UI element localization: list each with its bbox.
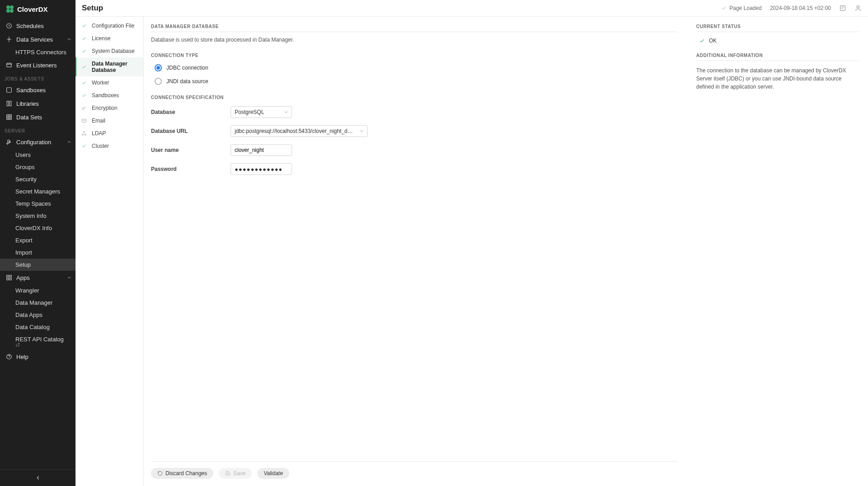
setup-item-cluster[interactable]: Cluster [75, 140, 143, 152]
svg-point-20 [84, 132, 85, 133]
sidebar-label: Sandboxes [16, 87, 46, 94]
sidebar-sub-setup[interactable]: Setup [0, 259, 75, 271]
label-password: Password [151, 166, 231, 172]
check-icon [81, 143, 87, 149]
section-data-manager-database: DATA MANAGER DATABASE [151, 24, 677, 32]
info-column: CURRENT STATUS OK ADDITIONAL INFORMATION… [686, 17, 868, 486]
encryption-icon [81, 105, 87, 111]
sidebar-sub-data-manager[interactable]: Data Manager [0, 297, 75, 309]
sidebar-sub-data-catalog[interactable]: Data Catalog [0, 321, 75, 333]
svg-rect-14 [9, 278, 11, 280]
setup-item-worker[interactable]: Worker [75, 76, 143, 89]
sidebar-sub-wrangler[interactable]: Wrangler [0, 284, 75, 297]
sidebar-sub-secret-managers[interactable]: Secret Managers [0, 185, 75, 198]
chevron-down-icon [359, 128, 364, 134]
svg-rect-6 [7, 63, 12, 67]
combo-value: jdbc:postgresql://localhost:5433/clover_… [235, 128, 357, 134]
libraries-icon [5, 100, 13, 107]
undo-icon [157, 471, 163, 476]
password-input-wrapper[interactable]: ●●●●●●●●●●●● [231, 163, 292, 175]
radio-jndi-data-source[interactable]: JNDI data source [155, 78, 677, 85]
sidebar-item-apps[interactable]: Apps [0, 271, 75, 284]
page-header: Setup Page Loaded 2024-09-18 04:15 +02:0… [75, 0, 868, 17]
setup-item-system-database[interactable]: System Database [75, 45, 143, 57]
radio-label: JNDI data source [166, 78, 208, 85]
notes-button[interactable] [839, 5, 846, 12]
check-icon [81, 80, 87, 86]
chevron-up-icon [66, 275, 72, 280]
sidebar-label: Apps [16, 274, 30, 281]
sidebar-sub-cloverdx-info[interactable]: CloverDX Info [0, 222, 75, 234]
user-menu-button[interactable] [854, 5, 862, 12]
status-ok-row: OK [699, 38, 859, 44]
setup-item-email[interactable]: Email [75, 114, 143, 127]
additional-info-text: The connection to the database can be ma… [696, 66, 859, 91]
setup-item-data-manager-database[interactable]: Data Manager Database [75, 57, 143, 76]
help-icon [5, 353, 13, 360]
svg-point-3 [10, 9, 14, 13]
username-input[interactable] [235, 147, 288, 153]
setup-item-label: Encryption [92, 105, 118, 111]
sidebar-label: Libraries [16, 100, 39, 107]
form-row-database: Database PostgreSQL [151, 106, 677, 118]
setup-item-label: Cluster [92, 143, 109, 149]
setup-item-label: Configuration File [92, 23, 134, 29]
sidebar-item-schedules[interactable]: Schedules [0, 19, 75, 33]
apps-icon [5, 274, 13, 281]
setup-item-label: Worker [92, 80, 109, 86]
datasets-icon [5, 113, 13, 121]
sidebar-sub-users[interactable]: Users [0, 149, 75, 161]
content-column: DATA MANAGER DATABASE Database is used t… [144, 17, 686, 486]
setup-item-license[interactable]: License [75, 32, 143, 45]
check-icon [81, 23, 87, 29]
validate-button[interactable]: Validate [257, 468, 289, 479]
setup-item-sandboxes[interactable]: Sandboxes [75, 89, 143, 102]
external-link-icon [15, 343, 71, 347]
setup-item-ldap[interactable]: LDAP [75, 127, 143, 140]
database-url-combo[interactable]: jdbc:postgresql://localhost:5433/clover_… [231, 125, 368, 137]
setup-item-encryption[interactable]: Encryption [75, 102, 143, 114]
left-sidebar: CloverDX Schedules Data Services HTTPS C… [0, 0, 75, 486]
sidebar-item-data-services[interactable]: Data Services [0, 33, 75, 46]
ldap-icon [81, 130, 87, 137]
sidebar-sub-security[interactable]: Security [0, 173, 75, 185]
chevron-up-icon [66, 139, 72, 145]
save-icon [225, 471, 231, 476]
sidebar-collapse-button[interactable] [0, 470, 75, 486]
sidebar-sub-import[interactable]: Import [0, 246, 75, 259]
setup-item-config-file[interactable]: Configuration File [75, 19, 143, 32]
sidebar-sub-export[interactable]: Export [0, 234, 75, 246]
sidebar-item-configuration[interactable]: Configuration [0, 135, 75, 149]
database-select[interactable]: PostgreSQL [231, 106, 292, 118]
chevron-up-icon [66, 37, 72, 42]
sidebar-footer [0, 469, 75, 486]
sidebar-label: Help [16, 354, 28, 360]
event-listeners-icon [5, 61, 13, 69]
sidebar-label: Event Listeners [16, 62, 57, 69]
sidebar-sub-rest-api-catalog[interactable]: REST API Catalog [0, 333, 75, 350]
button-label: Validate [264, 470, 283, 477]
sidebar-item-sandboxes[interactable]: Sandboxes [0, 83, 75, 97]
clover-logo-icon [5, 5, 14, 14]
radio-jdbc-connection[interactable]: JDBC connection [155, 64, 677, 71]
sidebar-item-help[interactable]: Help [0, 350, 75, 363]
svg-rect-16 [840, 6, 845, 11]
sidebar-sub-groups[interactable]: Groups [0, 161, 75, 173]
sidebar-item-data-sets[interactable]: Data Sets [0, 110, 75, 124]
sidebar-item-libraries[interactable]: Libraries [0, 97, 75, 110]
svg-rect-13 [7, 278, 9, 280]
check-icon [721, 5, 726, 11]
sidebar-label: Data Services [16, 36, 53, 43]
sidebar-section-server: SERVER [0, 124, 75, 135]
sidebar-sub-system-info[interactable]: System Info [0, 210, 75, 222]
discard-changes-button[interactable]: Discard Changes [151, 468, 213, 479]
sidebar-sub-data-apps[interactable]: Data Apps [0, 309, 75, 321]
sidebar-label: Schedules [16, 23, 44, 29]
label-database: Database [151, 109, 231, 115]
svg-point-5 [9, 39, 9, 40]
setup-item-label: License [92, 35, 110, 42]
check-icon [81, 64, 87, 70]
sidebar-sub-https-connectors[interactable]: HTTPS Connectors [0, 46, 75, 58]
sidebar-item-event-listeners[interactable]: Event Listeners [0, 58, 75, 72]
sidebar-sub-temp-spaces[interactable]: Temp Spaces [0, 198, 75, 210]
